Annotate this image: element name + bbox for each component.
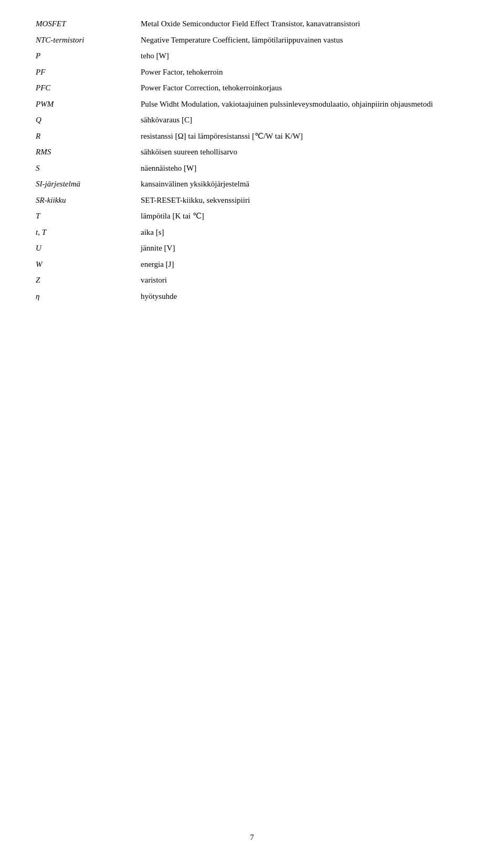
definition-cell: aika [s] — [136, 224, 472, 241]
list-item: SI-järjestelmäkansainvälinen yksikköjärj… — [32, 176, 472, 192]
definition-cell: Negative Temperature Coefficient, lämpöt… — [136, 32, 472, 48]
term-cell: NTC-termistori — [32, 32, 136, 48]
list-item: PFPower Factor, tehokerroin — [32, 64, 472, 80]
list-item: Tlämpötila [K tai ℃] — [32, 208, 472, 224]
glossary-table: MOSFETMetal Oxide Semiconductor Field Ef… — [32, 16, 472, 304]
list-item: Rresistanssi [Ω] tai lämpöresistanssi [℃… — [32, 128, 472, 144]
list-item: PWMPulse Widht Modulation, vakiotaajuine… — [32, 96, 472, 112]
list-item: Pteho [W] — [32, 48, 472, 64]
term-cell: S — [32, 160, 136, 176]
list-item: NTC-termistoriNegative Temperature Coeff… — [32, 32, 472, 48]
definition-cell: SET-RESET-kiikku, sekvenssipiiri — [136, 192, 472, 209]
term-cell: W — [32, 256, 136, 273]
term-cell: MOSFET — [32, 16, 136, 32]
term-cell: T — [32, 208, 136, 224]
definition-cell: kansainvälinen yksikköjärjestelmä — [136, 176, 472, 192]
definition-cell: lämpötila [K tai ℃] — [136, 208, 472, 224]
definition-cell: resistanssi [Ω] tai lämpöresistanssi [℃/… — [136, 128, 472, 144]
list-item: Wenergia [J] — [32, 256, 472, 273]
term-cell: SI-järjestelmä — [32, 176, 136, 192]
term-cell: t, T — [32, 224, 136, 241]
term-cell: R — [32, 128, 136, 144]
list-item: Zvaristori — [32, 272, 472, 288]
definition-cell: sähköisen suureen tehollisarvo — [136, 144, 472, 160]
list-item: ηhyötysuhde — [32, 288, 472, 305]
list-item: Snäennäisteho [W] — [32, 160, 472, 176]
term-cell: RMS — [32, 144, 136, 160]
page-number: 7 — [250, 833, 254, 842]
term-cell: PWM — [32, 96, 136, 112]
definition-cell: näennäisteho [W] — [136, 160, 472, 176]
definition-cell: jännite [V] — [136, 240, 472, 256]
term-cell: Z — [32, 272, 136, 288]
term-cell: SR-kiikku — [32, 192, 136, 209]
definition-cell: hyötysuhde — [136, 288, 472, 305]
list-item: PFCPower Factor Correction, tehokerroink… — [32, 80, 472, 96]
definition-cell: Power Factor Correction, tehokerroinkorj… — [136, 80, 472, 96]
term-cell: Q — [32, 112, 136, 128]
definition-cell: Pulse Widht Modulation, vakiotaajuinen p… — [136, 96, 472, 112]
list-item: t, Taika [s] — [32, 224, 472, 241]
list-item: Ujännite [V] — [32, 240, 472, 256]
term-cell: P — [32, 48, 136, 64]
definition-cell: Power Factor, tehokerroin — [136, 64, 472, 80]
list-item: MOSFETMetal Oxide Semiconductor Field Ef… — [32, 16, 472, 32]
definition-cell: varistori — [136, 272, 472, 288]
page-content: MOSFETMetal Oxide Semiconductor Field Ef… — [0, 0, 504, 346]
definition-cell: Metal Oxide Semiconductor Field Effect T… — [136, 16, 472, 32]
list-item: Qsähkövaraus [C] — [32, 112, 472, 128]
list-item: RMSsähköisen suureen tehollisarvo — [32, 144, 472, 160]
term-cell: PFC — [32, 80, 136, 96]
term-cell: U — [32, 240, 136, 256]
list-item: SR-kiikkuSET-RESET-kiikku, sekvenssipiir… — [32, 192, 472, 209]
definition-cell: teho [W] — [136, 48, 472, 64]
term-cell: PF — [32, 64, 136, 80]
definition-cell: energia [J] — [136, 256, 472, 273]
term-cell: η — [32, 288, 136, 305]
definition-cell: sähkövaraus [C] — [136, 112, 472, 128]
